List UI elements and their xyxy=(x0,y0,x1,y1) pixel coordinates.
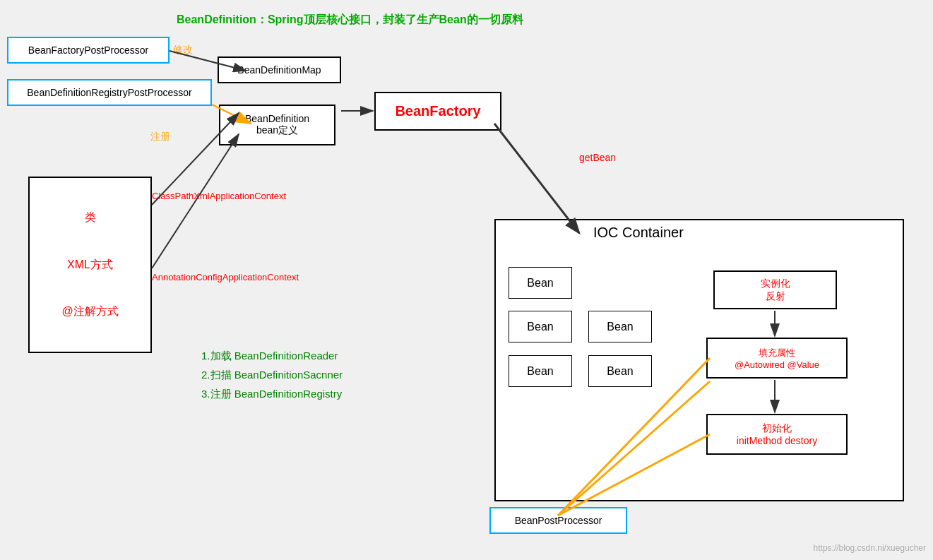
ioc-title: IOC Container xyxy=(593,225,684,241)
sources-box: 类 XML方式 @注解方式 xyxy=(28,177,152,353)
bean-box-1: Bean xyxy=(509,267,572,299)
bfpp-box: BeanFactoryPostProcessor xyxy=(7,37,170,64)
bean-box-2: Bean xyxy=(509,311,572,342)
bdmap-box: BeanDefinitionMap xyxy=(218,56,341,83)
ac-label: AnnotationConfigApplicationContext xyxy=(152,272,299,282)
svg-line-7 xyxy=(152,134,239,268)
bean-box-3: Bean xyxy=(509,355,572,387)
register-label: 注册 xyxy=(150,131,170,143)
bean-box-5: Bean xyxy=(588,355,652,387)
modify-label: 修改 xyxy=(173,44,193,56)
svg-line-8 xyxy=(494,124,579,233)
cpx-label: ClassPathXmlApplicationContext xyxy=(152,191,286,201)
diagram-container: BeanDefinition：Spring顶层核心接口，封装了生产Bean的一切… xyxy=(0,0,933,560)
page-title: BeanDefinition：Spring顶层核心接口，封装了生产Bean的一切… xyxy=(177,13,523,28)
init-box: 初始化 initMethod destory xyxy=(706,414,848,455)
bean-box-4: Bean xyxy=(588,311,652,342)
bpp-box: BeanPostProcessor xyxy=(489,507,627,534)
watermark: https://blog.csdn.ni/xuegucher xyxy=(814,543,926,553)
steps-text: 1.加载 BeanDefinitionReader 2.扫描 BeanDefin… xyxy=(201,346,343,403)
fill-box: 填充属性 @Autowired @Value xyxy=(706,338,848,379)
beanfactory-box: BeanFactory xyxy=(374,92,501,131)
getbean-label: getBean xyxy=(579,152,616,163)
bdrpp-box: BeanDefinitionRegistryPostProcessor xyxy=(7,79,212,106)
instance-box: 实例化 反射 xyxy=(713,270,837,309)
bd-box: BeanDefinition bean定义 xyxy=(219,105,335,145)
